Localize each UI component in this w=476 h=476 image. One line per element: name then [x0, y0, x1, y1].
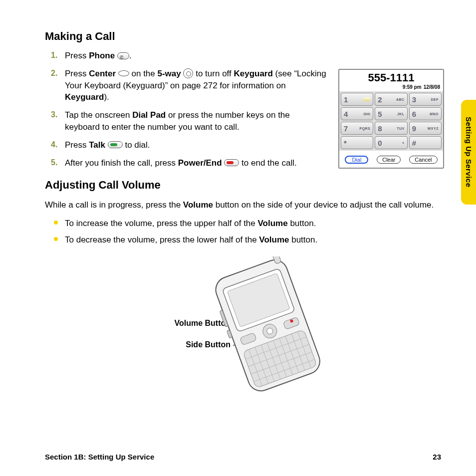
digit: 6 — [412, 110, 416, 118]
digit: 4 — [344, 110, 348, 118]
talk-button-icon — [108, 141, 123, 148]
section-side-tab: Setting Up Service — [461, 100, 476, 205]
text: Press — [65, 69, 89, 78]
dial-button[interactable]: Dial — [345, 156, 368, 164]
text: on the — [129, 69, 158, 78]
digit: 0 — [378, 139, 382, 147]
five-way-icon — [183, 68, 193, 78]
key-4[interactable]: 4GHI — [341, 107, 373, 120]
step-1: Press Phone ✆. — [65, 50, 446, 62]
digit: # — [412, 139, 416, 147]
letters: WXYZ — [428, 127, 439, 130]
footer-page-number: 23 — [433, 453, 441, 461]
dial-pad-label: Dial Pad — [132, 110, 166, 120]
date-text: 12/8/08 — [424, 84, 440, 90]
side-tab-label: Setting Up Service — [465, 117, 473, 188]
dial-pad-screenshot: 555-1111 9:59 pm12/8/08 1 2ABC 3DEF 4GHI… — [338, 69, 444, 169]
key-hash[interactable]: # — [409, 136, 442, 149]
letters: MNO — [430, 112, 439, 116]
letters: PQRS — [359, 127, 370, 130]
letters: ABC — [396, 98, 405, 101]
volume-label: Volume — [258, 219, 288, 228]
key-8[interactable]: 8TUV — [375, 122, 407, 135]
letters: + — [402, 141, 405, 145]
voicemail-icon — [363, 97, 370, 101]
volume-label: Volume — [259, 235, 289, 244]
phone-device-icon — [186, 256, 345, 396]
center-button-icon — [118, 70, 129, 76]
keypad-grid: 1 2ABC 3DEF 4GHI 5JKL 6MNO 7PQRS 8TUV 9W… — [339, 91, 443, 151]
key-6[interactable]: 6MNO — [409, 107, 442, 120]
talk-label: Talk — [89, 140, 105, 150]
text: Tap the onscreen — [65, 110, 132, 120]
key-5[interactable]: 5JKL — [375, 107, 407, 120]
text: After you finish the call, press — [65, 158, 178, 168]
text: button on the side of your device to adj… — [213, 200, 434, 210]
phone-label: Phone — [89, 51, 115, 60]
heading-making-a-call: Making a Call — [45, 30, 446, 43]
keyguard-label: Keyguard — [234, 69, 272, 78]
dialpad-button-row: Dial Clear Cancel — [339, 151, 443, 168]
five-way-label: 5-way — [158, 69, 181, 78]
power-end-label: Power/End — [178, 158, 222, 168]
digit: 7 — [344, 124, 348, 133]
key-9[interactable]: 9WXYZ — [409, 122, 442, 135]
text: button. — [289, 235, 317, 244]
cancel-button[interactable]: Cancel — [409, 156, 437, 164]
letters: JKL — [397, 112, 405, 116]
digit: 2 — [378, 95, 382, 104]
center-label: Center — [89, 69, 116, 78]
time-text: 9:59 pm — [403, 84, 422, 90]
text: To decrease the volume, press the lower … — [65, 235, 259, 244]
bullet-decrease: To decrease the volume, press the lower … — [65, 233, 446, 246]
key-star[interactable]: * — [341, 136, 373, 149]
dialed-number-display: 555-1111 — [339, 70, 443, 84]
keyguard-label-2: Keyguard — [65, 92, 104, 102]
text: Press — [65, 140, 89, 150]
text: button. — [288, 219, 316, 228]
text: to turn off — [193, 69, 234, 78]
phone-illustration: Volume Button Side Button — [121, 256, 370, 406]
digit: 8 — [378, 124, 382, 133]
digit: 1 — [344, 95, 348, 104]
digit: 9 — [412, 124, 416, 133]
clear-button[interactable]: Clear — [377, 156, 401, 164]
letters: DEF — [431, 98, 439, 101]
key-1[interactable]: 1 — [341, 93, 373, 106]
digit: * — [344, 139, 347, 147]
text: to dial. — [123, 140, 150, 150]
key-3[interactable]: 3DEF — [409, 93, 442, 106]
digit: 3 — [412, 95, 416, 104]
text: ). — [104, 92, 109, 102]
volume-label: Volume — [183, 200, 213, 210]
digit: 5 — [378, 110, 382, 118]
text: Press — [65, 51, 89, 60]
volume-intro: While a call is in progress, press the V… — [45, 199, 446, 212]
text: While a call is in progress, press the — [45, 200, 183, 210]
key-0[interactable]: 0+ — [375, 136, 407, 149]
letters: TUV — [397, 127, 405, 130]
phone-button-icon: ✆ — [117, 52, 129, 59]
bullet-increase: To increase the volume, press the upper … — [65, 217, 446, 230]
text: to end the call. — [239, 158, 296, 168]
page-footer: Section 1B: Setting Up Service 23 — [45, 453, 441, 461]
text: To increase the volume, press the upper … — [65, 219, 258, 228]
key-2[interactable]: 2ABC — [375, 93, 407, 106]
key-7[interactable]: 7PQRS — [341, 122, 373, 135]
heading-adjusting-volume: Adjusting Call Volume — [45, 179, 446, 192]
status-bar: 9:59 pm12/8/08 — [339, 84, 443, 91]
letters: GHI — [363, 112, 370, 116]
text: . — [129, 51, 132, 60]
footer-section: Section 1B: Setting Up Service — [45, 453, 154, 461]
volume-bullets: To increase the volume, press the upper … — [45, 217, 446, 246]
power-end-button-icon — [224, 159, 239, 166]
